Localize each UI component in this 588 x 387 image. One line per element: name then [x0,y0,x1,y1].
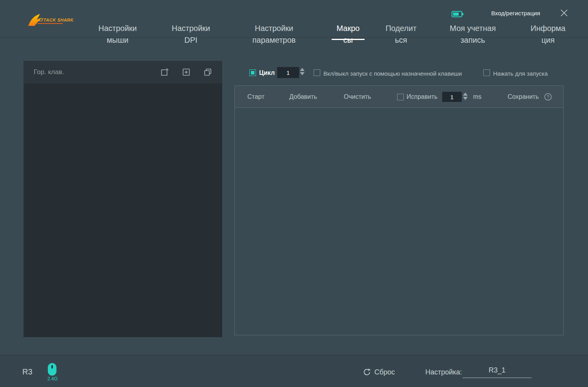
hotkey-list-panel: Гор. клав. [24,61,222,337]
delay-input[interactable] [442,92,462,102]
svg-text:?: ? [547,94,549,99]
assigned-key-checkbox[interactable] [314,69,320,76]
stepper-down-icon[interactable] [463,97,468,100]
save-button[interactable]: Сохранить [508,86,539,108]
assigned-key-label: Вкл/выкл запуск с помощью назначенной кл… [323,70,462,77]
cycle-checkbox[interactable] [249,69,256,76]
press-to-run-label: Нажать для запуска [493,70,548,77]
close-icon[interactable] [560,9,568,17]
battery-icon [452,11,464,18]
add-button[interactable]: Добавить [289,86,317,108]
stepper-up-icon[interactable] [463,93,468,96]
tab-dpi-settings[interactable]: Настройки DPI [165,22,217,46]
hotkey-list-header: Гор. клав. [24,61,222,84]
cycle-count-input[interactable] [277,67,299,78]
stepper-down-icon[interactable] [300,72,305,75]
hotkey-list-title: Гор. клав. [34,68,147,76]
clear-button[interactable]: Очистить [344,86,371,108]
tab-macros[interactable]: Макросы [335,22,361,46]
add-folder-icon[interactable] [182,68,191,76]
new-macro-icon[interactable] [160,68,169,76]
stepper-up-icon[interactable] [300,68,305,71]
delay-unit-label: ms [473,86,481,108]
reset-button[interactable]: Сброс [374,368,395,376]
start-button[interactable]: Старт [247,86,264,108]
tab-parameter-settings[interactable]: Настройки параметров [246,22,302,46]
macro-editor-panel: Старт Добавить Очистить Исправить ms Сох… [234,85,564,335]
connection-type-label: 2.4G [42,376,63,382]
macro-toolbar: Старт Добавить Очистить Исправить ms Сох… [235,86,563,108]
device-name: R3 [22,367,33,376]
cycle-label: Цикл [259,69,275,76]
brand-logo: ATTACK SHARK [27,13,74,30]
press-to-run-checkbox[interactable] [483,69,490,76]
profile-name-input[interactable]: R3_1 [463,362,532,378]
tab-my-account[interactable]: Моя учетная запись [443,22,503,46]
copy-icon[interactable] [203,68,212,76]
tab-information[interactable]: Информация [530,22,566,46]
login-register-link[interactable]: Вход/регистрация [491,10,540,16]
tab-mouse-settings[interactable]: Настройки мыши [92,22,143,46]
fix-delay-checkbox[interactable] [397,94,404,100]
fix-delay-label: Исправить [407,86,437,108]
svg-text:ATTACK SHARK: ATTACK SHARK [37,18,74,22]
help-icon[interactable]: ? [544,93,552,101]
tab-share[interactable]: Поделиться [384,22,418,46]
cycle-count-stepper[interactable] [299,67,305,75]
reset-icon[interactable] [363,368,371,376]
status-bar: R3 2.4G Сброс Настройка: R3_1 [0,355,588,387]
mouse-icon [47,362,57,376]
profile-label: Настройка: [425,368,462,376]
delay-stepper[interactable] [462,92,468,100]
